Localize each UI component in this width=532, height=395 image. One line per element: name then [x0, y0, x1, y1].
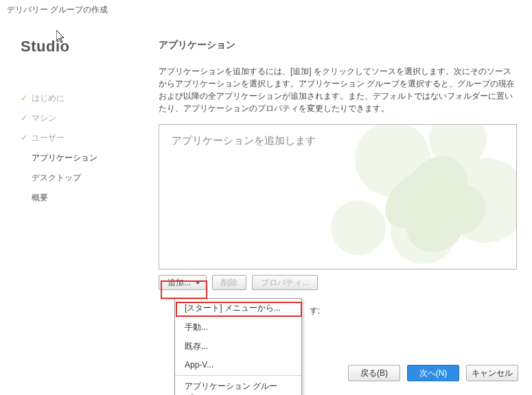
- nav-step-machines: ✓マシン: [21, 108, 143, 128]
- check-icon: ✓: [21, 93, 27, 103]
- menu-divider: [175, 375, 301, 376]
- listbox-placeholder: アプリケーションを追加します: [159, 125, 516, 157]
- menu-item-existing[interactable]: 既存...: [175, 337, 301, 357]
- properties-button: プロパティ...: [252, 275, 318, 290]
- menu-item-start-menu[interactable]: [スタート] メニューから...: [175, 299, 301, 318]
- add-button[interactable]: 追加...: [159, 275, 207, 290]
- brand-logo: Studio: [21, 38, 143, 56]
- next-button[interactable]: 次へ(N): [407, 365, 459, 381]
- cancel-button[interactable]: キャンセル: [466, 365, 518, 381]
- wizard-footer: 戻る(B) 次へ(N) キャンセル: [348, 365, 518, 381]
- remove-button: 削除: [212, 275, 246, 290]
- nav-step-users: ✓ユーザー: [21, 128, 143, 148]
- nav-step-intro: ✓はじめに: [21, 88, 143, 108]
- check-icon: ✓: [21, 113, 27, 123]
- nav-step-label: はじめに: [32, 93, 65, 103]
- wizard-sidebar: Studio ✓はじめに ✓マシン ✓ユーザー アプリケーション デスクトップ …: [0, 20, 143, 395]
- applications-toolbar: 追加... 削除 プロパティ...: [159, 275, 517, 290]
- nav-step-label: マシン: [32, 113, 56, 123]
- menu-item-manual[interactable]: 手動...: [175, 318, 301, 337]
- menu-item-app-group[interactable]: アプリケーション グループ...: [175, 377, 301, 395]
- check-icon: ✓: [21, 133, 27, 143]
- nav-step-applications: アプリケーション: [21, 148, 143, 168]
- page-heading: アプリケーション: [159, 39, 517, 51]
- back-button[interactable]: 戻る(B): [348, 365, 400, 381]
- page-description: アプリケーションを追加するには、[追加] をクリックしてソースを選択します。次に…: [159, 65, 516, 115]
- nav-step-summary: 概要: [21, 188, 143, 208]
- add-button-label: 追加...: [167, 278, 191, 287]
- menu-item-appv[interactable]: App-V...: [175, 357, 301, 374]
- svg-point-4: [331, 200, 386, 255]
- chevron-down-icon: [195, 281, 200, 285]
- window-title: デリバリー グループの作成: [0, 0, 532, 20]
- folder-row-suffix: す:: [310, 305, 320, 317]
- nav-step-desktops: デスクトップ: [21, 168, 143, 188]
- applications-listbox[interactable]: アプリケーションを追加します: [159, 124, 517, 270]
- add-dropdown-menu: [スタート] メニューから... 手動... 既存... App-V... アプ…: [174, 298, 302, 395]
- nav-step-label: ユーザー: [32, 133, 65, 143]
